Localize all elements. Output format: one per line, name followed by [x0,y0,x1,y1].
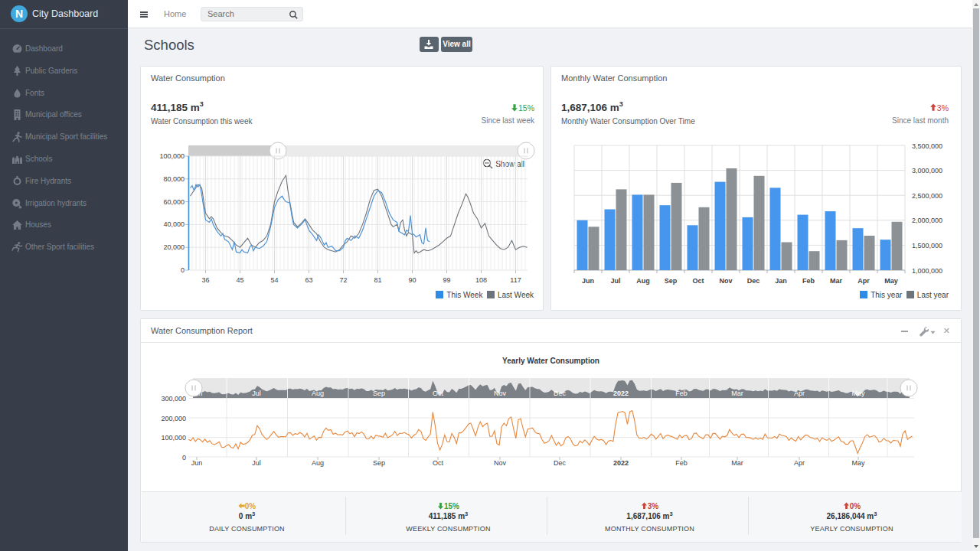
svg-text:100,000: 100,000 [161,434,186,442]
svg-text:3,000,000: 3,000,000 [912,167,942,174]
svg-text:Aug: Aug [312,390,324,397]
svg-text:Apr: Apr [858,277,870,285]
svg-text:99: 99 [443,276,450,284]
svg-text:60,000: 60,000 [163,198,185,206]
svg-text:90: 90 [408,276,416,284]
svg-text:200,000: 200,000 [161,415,186,422]
svg-text:Mar: Mar [830,277,843,285]
svg-text:63: 63 [305,276,312,284]
svg-text:20,000: 20,000 [163,243,185,251]
svg-text:Aug: Aug [312,459,324,467]
svg-text:54: 54 [270,276,278,284]
svg-text:108: 108 [475,276,487,284]
svg-text:Oct: Oct [433,459,444,467]
svg-text:2,500,000: 2,500,000 [912,192,942,200]
svg-text:Feb: Feb [675,459,688,467]
svg-text:Apr: Apr [794,390,805,397]
svg-text:2022: 2022 [613,459,629,467]
svg-text:100,000: 100,000 [159,152,185,160]
svg-text:Jul: Jul [252,459,261,467]
svg-text:Feb: Feb [675,390,688,397]
svg-text:2,000,000: 2,000,000 [912,217,942,224]
svg-text:Nov: Nov [494,459,507,467]
svg-text:Dec: Dec [554,390,567,397]
svg-text:80,000: 80,000 [163,175,185,183]
svg-text:117: 117 [510,276,521,284]
svg-text:Jun: Jun [582,277,594,285]
svg-text:Jul: Jul [252,390,261,397]
svg-text:Mar: Mar [731,459,743,467]
svg-text:Nov: Nov [494,390,507,397]
svg-text:45: 45 [236,276,243,284]
svg-text:40,000: 40,000 [163,220,185,228]
svg-text:Dec: Dec [554,459,567,467]
svg-text:1,500,000: 1,500,000 [912,242,942,249]
svg-text:Oct: Oct [433,390,444,397]
svg-text:Jul: Jul [610,277,620,285]
svg-text:Jan: Jan [775,277,787,285]
svg-text:Sep: Sep [665,277,678,285]
svg-text:Sep: Sep [373,390,385,397]
svg-text:0: 0 [182,454,186,461]
svg-text:Oct: Oct [692,277,704,285]
svg-text:Apr: Apr [794,459,805,467]
svg-text:3,500,000: 3,500,000 [912,142,942,150]
svg-text:Dec: Dec [747,277,760,285]
svg-text:81: 81 [374,276,381,284]
svg-text:1,000,000: 1,000,000 [912,267,942,275]
svg-text:Jun: Jun [191,459,203,467]
svg-text:May: May [851,390,865,397]
svg-text:0: 0 [181,266,185,274]
svg-text:Sep: Sep [373,459,385,467]
svg-text:Aug: Aug [636,277,650,285]
svg-text:May: May [884,277,898,285]
svg-text:2022: 2022 [613,390,629,397]
svg-text:72: 72 [339,276,347,284]
svg-text:36: 36 [201,276,209,284]
svg-text:Feb: Feb [802,277,815,285]
svg-text:Nov: Nov [719,277,732,285]
svg-text:Mar: Mar [731,390,743,397]
svg-text:May: May [851,459,865,467]
svg-text:300,000: 300,000 [161,395,186,403]
